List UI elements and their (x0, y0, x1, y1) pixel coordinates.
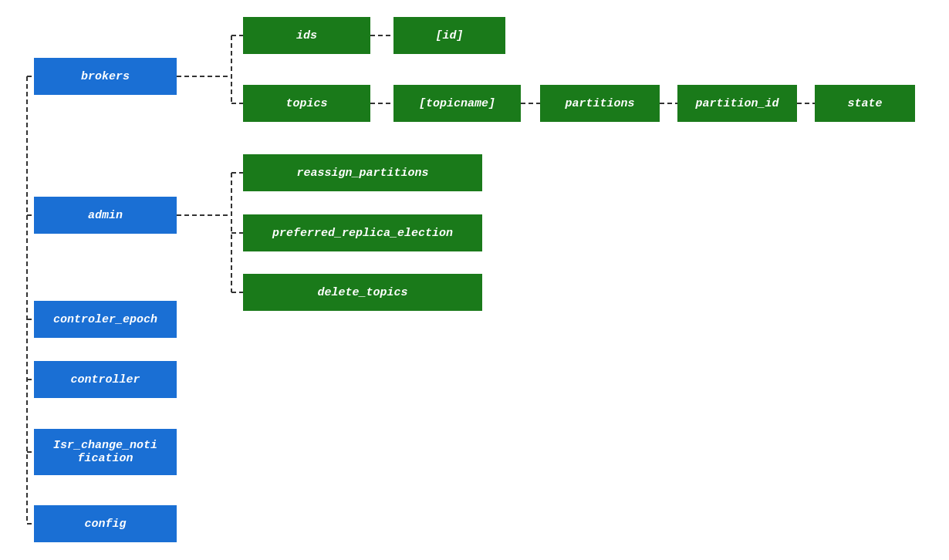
node-brokers: brokers (34, 58, 177, 95)
node-controller: controller (34, 361, 177, 398)
node-topicname: [topicname] (393, 85, 521, 122)
node-reassign-partitions: reassign_partitions (243, 154, 482, 191)
node-state: state (815, 85, 915, 122)
node-topics: topics (243, 85, 370, 122)
node-config: config (34, 505, 177, 542)
node-ids: ids (243, 17, 370, 54)
diagram-container: brokers admin controler_epoch controller… (0, 0, 949, 560)
node-partition-id: partition_id (677, 85, 797, 122)
node-admin: admin (34, 197, 177, 234)
node-controler-epoch: controler_epoch (34, 301, 177, 338)
node-id: [id] (393, 17, 505, 54)
node-partitions: partitions (540, 85, 660, 122)
node-isr-change-notification: Isr_change_noti fication (34, 429, 177, 475)
node-delete-topics: delete_topics (243, 274, 482, 311)
node-preferred-replica-election: preferred_replica_election (243, 214, 482, 251)
